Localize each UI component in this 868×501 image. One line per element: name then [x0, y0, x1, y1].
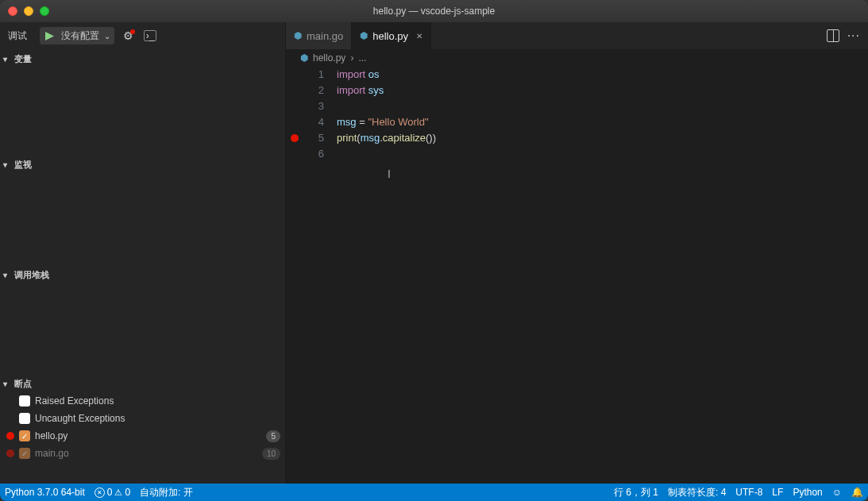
breakpoints-header[interactable]: ▾断点: [0, 375, 285, 392]
code-line[interactable]: [337, 98, 868, 114]
language-mode[interactable]: Python: [788, 484, 827, 501]
breakpoint-checkbox[interactable]: ✓: [19, 448, 30, 459]
code-editor[interactable]: 123456 I import osimport sysmsg = "Hello…: [286, 67, 868, 484]
encoding[interactable]: UTF-8: [731, 484, 767, 501]
debug-toolbar: 调试 没有配置 ⚙ ›_: [0, 22, 285, 49]
minimize-window-icon[interactable]: [24, 6, 33, 16]
breadcrumb-sep: ›: [350, 52, 353, 64]
breakpoint-line-badge: 10: [262, 448, 280, 460]
editor-tabs: ⬢main.go⬢hello.py✕ ···: [286, 22, 868, 49]
watch-label: 监视: [14, 159, 32, 171]
callstack-body: [0, 283, 285, 374]
breakpoint-checkbox[interactable]: ✓: [19, 430, 30, 441]
launch-config: 没有配置: [40, 27, 114, 44]
breakpoints-label: 断点: [14, 378, 32, 390]
window-title: hello.py — vscode-js-sample: [0, 6, 868, 17]
breadcrumb-rest: ...: [358, 52, 366, 64]
config-badge: [130, 29, 135, 34]
code-line[interactable]: [337, 146, 868, 162]
watch-body: [0, 173, 285, 265]
breakpoint-label: Uncaught Exceptions: [35, 413, 280, 424]
breakpoint-row[interactable]: ✓main.go10: [0, 445, 285, 462]
line-number[interactable]: 3: [286, 98, 324, 114]
editor-tab[interactable]: ⬢main.go: [286, 22, 352, 49]
code-line[interactable]: import sys: [337, 83, 868, 98]
breadcrumb[interactable]: ⬢ hello.py › ...: [286, 49, 868, 67]
python-file-icon: ⬢: [360, 30, 368, 41]
start-debug-button[interactable]: [41, 27, 58, 44]
breakpoint-dot-icon: [6, 414, 14, 422]
config-select[interactable]: 没有配置: [58, 27, 114, 44]
breakpoint-glyph-icon[interactable]: [291, 134, 299, 142]
python-file-icon: ⬢: [300, 52, 308, 64]
breakpoint-dot-icon: [6, 432, 14, 440]
auto-attach[interactable]: 自动附加: 开: [135, 484, 198, 501]
debug-console-icon[interactable]: ›_: [141, 27, 159, 44]
breakpoint-line-badge: 5: [266, 430, 280, 442]
debug-sidebar: 调试 没有配置 ⚙ ›_ ▾变量 ▾监视 ▾调用堆栈: [0, 22, 286, 484]
tab-size[interactable]: 制表符长度: 4: [663, 484, 731, 501]
editor-tab[interactable]: ⬢hello.py✕: [352, 22, 431, 49]
code-line[interactable]: print(msg.capitalize()): [337, 130, 868, 146]
breakpoint-label: hello.py: [35, 430, 261, 441]
problems-button[interactable]: ✕0 ⚠0: [90, 484, 135, 501]
titlebar[interactable]: hello.py — vscode-js-sample: [0, 0, 868, 22]
tab-label: hello.py: [372, 30, 408, 42]
callstack-header[interactable]: ▾调用堆栈: [0, 266, 285, 283]
zoom-window-icon[interactable]: [40, 6, 49, 16]
warning-count-icon: ⚠: [114, 488, 122, 498]
callstack-label: 调用堆栈: [14, 269, 49, 281]
more-actions-icon[interactable]: ···: [847, 29, 860, 43]
debug-label: 调试: [8, 29, 35, 43]
split-editor-icon[interactable]: [827, 29, 839, 42]
error-count: 0: [107, 487, 113, 498]
python-interpreter[interactable]: Python 3.7.0 64-bit: [0, 484, 90, 501]
line-number[interactable]: 1: [286, 67, 324, 83]
bell-icon[interactable]: 🔔: [847, 484, 868, 501]
breakpoint-checkbox[interactable]: [19, 395, 30, 407]
line-number[interactable]: 4: [286, 114, 324, 130]
breakpoint-dot-icon: [6, 449, 14, 457]
breakpoints-body: Raised ExceptionsUncaught Exceptions✓hel…: [0, 392, 285, 462]
eol[interactable]: LF: [767, 484, 788, 501]
breakpoint-label: main.go: [35, 448, 257, 459]
window-controls: [8, 6, 49, 16]
text-cursor-icon: I: [388, 166, 391, 182]
breakpoint-row[interactable]: Raised Exceptions: [0, 392, 285, 410]
gear-icon[interactable]: ⚙: [119, 27, 137, 44]
code-line[interactable]: msg = "Hello World": [337, 114, 868, 130]
variables-body: [0, 67, 285, 155]
variables-header[interactable]: ▾变量: [0, 50, 285, 67]
statusbar: Python 3.7.0 64-bit ✕0 ⚠0 自动附加: 开 行 6，列 …: [0, 484, 868, 501]
breadcrumb-file: hello.py: [313, 52, 345, 64]
editor-area: ⬢main.go⬢hello.py✕ ··· ⬢ hello.py › ... …: [286, 22, 868, 484]
go-file-icon: ⬢: [294, 30, 302, 41]
watch-header[interactable]: ▾监视: [0, 156, 285, 173]
code-line[interactable]: import os: [337, 67, 868, 83]
breakpoint-checkbox[interactable]: [19, 413, 30, 424]
breakpoint-row[interactable]: Uncaught Exceptions: [0, 410, 285, 427]
warning-count: 0: [125, 487, 130, 498]
tab-label: main.go: [307, 30, 343, 42]
variables-label: 变量: [14, 53, 32, 65]
close-window-icon[interactable]: [8, 6, 17, 16]
line-number[interactable]: 2: [286, 83, 324, 98]
line-number[interactable]: 6: [286, 146, 324, 162]
close-tab-icon[interactable]: ✕: [416, 32, 422, 40]
line-col[interactable]: 行 6，列 1: [609, 484, 663, 501]
feedback-icon[interactable]: ☺: [827, 484, 847, 501]
error-count-icon: ✕: [95, 488, 105, 498]
breakpoint-dot-icon: [6, 397, 14, 405]
breakpoint-row[interactable]: ✓hello.py5: [0, 427, 285, 445]
breakpoint-label: Raised Exceptions: [35, 395, 280, 407]
